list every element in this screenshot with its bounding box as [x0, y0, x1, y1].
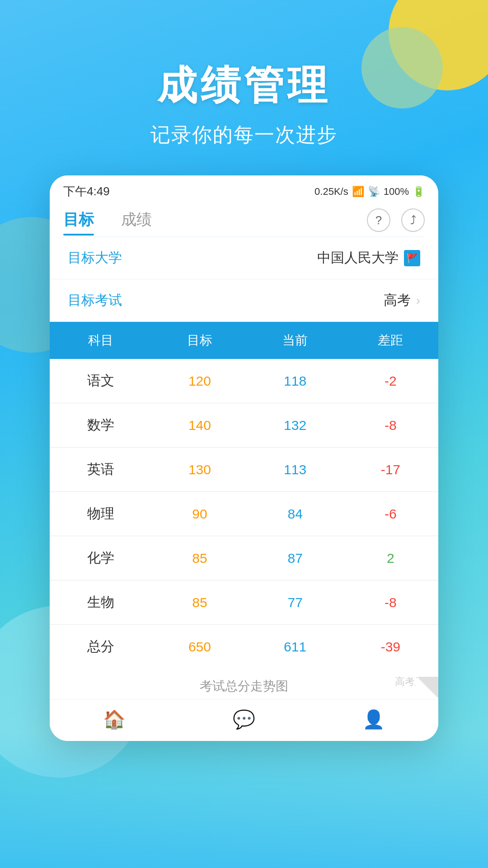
cell-target: 650: [152, 625, 247, 669]
chat-icon: 💬: [233, 709, 255, 730]
cell-subject: 语文: [50, 359, 152, 403]
cell-diff: 2: [343, 536, 438, 580]
trend-label: 考试总分走势图: [200, 679, 288, 693]
watermark: 高考里: [395, 675, 425, 689]
cell-target: 120: [152, 359, 247, 403]
battery-text: 100%: [384, 186, 409, 198]
nav-profile-icon[interactable]: 👤: [362, 709, 385, 730]
cell-diff: -39: [343, 625, 438, 669]
cell-current: 84: [248, 492, 343, 536]
status-time: 下午4:49: [63, 184, 110, 199]
status-bar: 下午4:49 0.25K/s 📶 📡 100% 🔋: [50, 175, 438, 204]
table-row: 化学85872: [50, 536, 438, 580]
exam-row[interactable]: 目标考试 高考 ›: [50, 279, 438, 322]
help-icon: ?: [375, 213, 382, 227]
home-icon: 🏠: [103, 709, 126, 730]
tabs-bar: 目标 成绩 ? ⤴: [50, 204, 438, 236]
col-diff: 差距: [343, 322, 438, 359]
col-current: 当前: [248, 322, 343, 359]
bottom-nav: 🏠 💬 👤: [50, 699, 438, 741]
cell-current: 132: [248, 403, 343, 448]
exam-label: 目标考试: [68, 291, 122, 310]
cell-diff: -2: [343, 359, 438, 403]
page-main-title: 成绩管理: [0, 59, 488, 113]
university-label: 目标大学: [68, 249, 122, 267]
table-row: 生物8577-8: [50, 580, 438, 625]
cell-current: 118: [248, 359, 343, 403]
profile-icon: 👤: [362, 709, 385, 730]
cell-current: 87: [248, 536, 343, 580]
tab-score[interactable]: 成绩: [121, 209, 152, 236]
tab-target[interactable]: 目标: [63, 209, 94, 236]
cell-subject: 生物: [50, 580, 152, 625]
cell-diff: -8: [343, 580, 438, 625]
flag-icon: 🚩: [404, 250, 420, 266]
exam-value: 高考 ›: [384, 291, 420, 310]
score-table: 科目 目标 当前 差距 语文120118-2数学140132-8英语130113…: [50, 322, 438, 669]
col-subject: 科目: [50, 322, 152, 359]
cell-target: 85: [152, 536, 247, 580]
table-row: 语文120118-2: [50, 359, 438, 403]
cell-target: 85: [152, 580, 247, 625]
table-row: 总分650611-39: [50, 625, 438, 669]
cell-subject: 物理: [50, 492, 152, 536]
cell-current: 113: [248, 448, 343, 492]
network-speed: 0.25K/s: [314, 186, 348, 198]
bottom-section: 考试总分走势图 高考里: [50, 669, 438, 699]
chevron-right-icon: ›: [416, 293, 420, 308]
header-section: 成绩管理 记录你的每一次进步: [0, 0, 488, 148]
table-row: 英语130113-17: [50, 448, 438, 492]
cell-subject: 英语: [50, 448, 152, 492]
university-value: 中国人民大学 🚩: [317, 249, 420, 267]
exam-name: 高考: [384, 291, 411, 310]
cell-subject: 总分: [50, 625, 152, 669]
cell-diff: -8: [343, 403, 438, 448]
nav-chat-icon[interactable]: 💬: [233, 709, 255, 730]
wifi-icon: 📡: [368, 186, 380, 198]
cell-subject: 数学: [50, 403, 152, 448]
export-icon: ⤴: [410, 213, 416, 227]
cell-current: 611: [248, 625, 343, 669]
battery-icon: 🔋: [413, 186, 425, 198]
cell-diff: -17: [343, 448, 438, 492]
cell-target: 130: [152, 448, 247, 492]
table-body: 语文120118-2数学140132-8英语130113-17物理9084-6化…: [50, 359, 438, 669]
table-header: 科目 目标 当前 差距: [50, 322, 438, 359]
bg-wave-bottom: [0, 732, 488, 868]
status-icons: 0.25K/s 📶 📡 100% 🔋: [314, 186, 425, 198]
cell-target: 140: [152, 403, 247, 448]
help-button[interactable]: ?: [367, 208, 390, 232]
cell-current: 77: [248, 580, 343, 625]
page-sub-title: 记录你的每一次进步: [0, 122, 488, 148]
tab-action-icons: ? ⤴: [367, 208, 425, 236]
export-button[interactable]: ⤴: [401, 208, 425, 232]
content-area: 目标大学 中国人民大学 🚩 目标考试 高考 › 科目 目标 当前 差距: [50, 237, 438, 741]
cell-subject: 化学: [50, 536, 152, 580]
table-row: 数学140132-8: [50, 403, 438, 448]
signal-icon: 📶: [352, 186, 364, 198]
phone-card: 下午4:49 0.25K/s 📶 📡 100% 🔋 目标 成绩 ? ⤴ 目标大学: [50, 175, 438, 741]
table-row: 物理9084-6: [50, 492, 438, 536]
nav-home-icon[interactable]: 🏠: [103, 709, 126, 730]
col-target: 目标: [152, 322, 247, 359]
university-name: 中国人民大学: [317, 249, 399, 267]
cell-diff: -6: [343, 492, 438, 536]
cell-target: 90: [152, 492, 247, 536]
university-row[interactable]: 目标大学 中国人民大学 🚩: [50, 237, 438, 279]
